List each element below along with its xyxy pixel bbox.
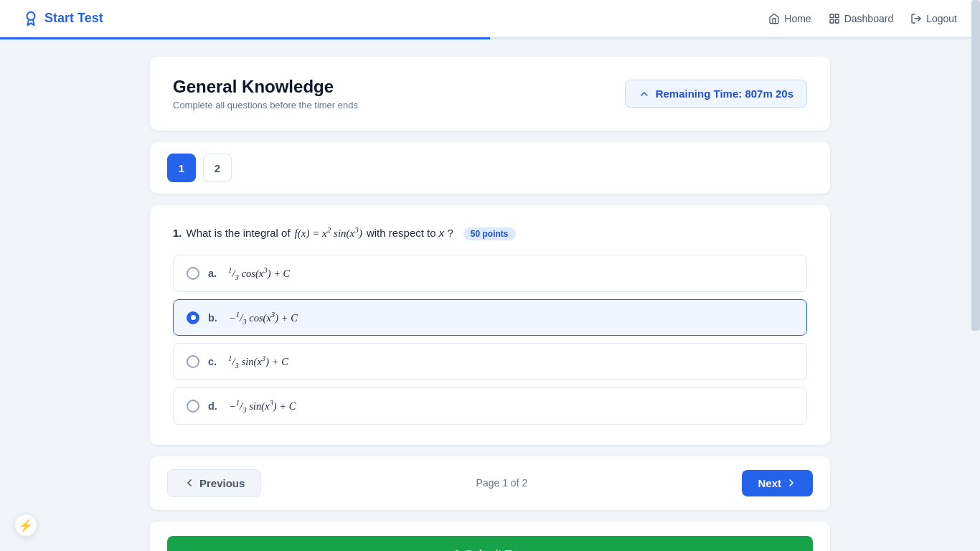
dashboard-icon bbox=[829, 13, 840, 24]
action-card: Submit Exam Cancel Exam bbox=[150, 522, 830, 551]
chevron-right-icon bbox=[786, 477, 797, 489]
question-number: 1. bbox=[173, 227, 182, 239]
scrollbar-track[interactable] bbox=[971, 0, 980, 551]
svg-rect-4 bbox=[830, 19, 834, 23]
question-num-2[interactable]: 2 bbox=[203, 154, 232, 182]
brand-icon bbox=[23, 11, 39, 27]
progress-bar-fill bbox=[0, 37, 490, 39]
home-icon bbox=[768, 13, 780, 24]
option-b[interactable]: b. −1/3 cos(x3) + C bbox=[173, 299, 807, 336]
question-num-1[interactable]: 1 bbox=[167, 154, 196, 182]
progress-bar bbox=[0, 37, 980, 39]
radio-d bbox=[187, 400, 199, 413]
question-formula: f(x) = x2 sin(x3) bbox=[295, 225, 362, 240]
previous-label: Previous bbox=[199, 477, 245, 489]
exam-info: General Knowledge Complete all questions… bbox=[173, 77, 358, 110]
next-label: Next bbox=[758, 477, 781, 489]
page-info: Page 1 of 2 bbox=[476, 477, 528, 489]
logout-label: Logout bbox=[926, 13, 957, 24]
navigation-card: Previous Page 1 of 2 Next bbox=[150, 456, 830, 510]
home-label: Home bbox=[784, 13, 811, 24]
previous-button[interactable]: Previous bbox=[167, 469, 261, 497]
option-a[interactable]: a. 1/3 cos(x3) + C bbox=[173, 255, 807, 292]
check-icon bbox=[446, 547, 459, 551]
exam-subtitle: Complete all questions before the timer … bbox=[173, 100, 358, 110]
scrollbar-thumb bbox=[971, 0, 980, 331]
bolt-icon[interactable]: ⚡ bbox=[14, 514, 37, 537]
option-a-math: 1/3 cos(x3) + C bbox=[228, 265, 290, 281]
navbar: Start Test Home Dashboard Logout bbox=[0, 0, 980, 37]
dashboard-label: Dashboard bbox=[844, 13, 894, 24]
option-a-label: a. bbox=[208, 268, 217, 279]
brand-logo[interactable]: Start Test bbox=[23, 11, 103, 27]
logout-link[interactable]: Logout bbox=[910, 13, 957, 24]
main-content: General Knowledge Complete all questions… bbox=[138, 39, 842, 551]
radio-c bbox=[187, 355, 199, 368]
next-button[interactable]: Next bbox=[742, 470, 813, 496]
radio-b bbox=[187, 311, 199, 324]
chevron-up-icon bbox=[639, 88, 650, 100]
navbar-links: Home Dashboard Logout bbox=[768, 13, 957, 24]
qnum-label-2: 2 bbox=[215, 162, 220, 174]
option-b-label: b. bbox=[208, 312, 217, 324]
options-list: a. 1/3 cos(x3) + C b. −1/3 cos(x3) + C c… bbox=[173, 255, 807, 425]
points-badge: 50 points bbox=[463, 227, 516, 240]
exam-header-card: General Knowledge Complete all questions… bbox=[150, 57, 830, 131]
submit-label: Submit Exam bbox=[465, 547, 533, 551]
svg-rect-3 bbox=[835, 19, 839, 23]
question-numbers-card: 1 2 bbox=[150, 142, 830, 194]
option-c[interactable]: c. 1/3 sin(x3) + C bbox=[173, 343, 807, 380]
option-d-label: d. bbox=[208, 400, 217, 412]
svg-point-0 bbox=[27, 11, 35, 19]
brand-label: Start Test bbox=[44, 11, 103, 26]
option-d-math: −1/3 sin(x3) + C bbox=[229, 398, 296, 414]
option-b-math: −1/3 cos(x3) + C bbox=[229, 310, 298, 326]
dashboard-link[interactable]: Dashboard bbox=[829, 13, 894, 24]
svg-rect-2 bbox=[835, 14, 839, 18]
option-c-label: c. bbox=[208, 356, 217, 367]
submit-exam-button[interactable]: Submit Exam bbox=[167, 536, 813, 551]
svg-rect-1 bbox=[830, 14, 834, 18]
option-c-math: 1/3 sin(x3) + C bbox=[228, 354, 288, 369]
timer-text: Remaining Time: 807m 20s bbox=[656, 88, 793, 100]
option-d[interactable]: d. −1/3 sin(x3) + C bbox=[173, 387, 807, 425]
question-card: 1. What is the integral of f(x) = x2 sin… bbox=[150, 205, 830, 445]
logout-icon bbox=[910, 13, 922, 24]
radio-a bbox=[187, 267, 199, 280]
question-text: 1. What is the integral of f(x) = x2 sin… bbox=[173, 225, 807, 240]
chevron-left-icon bbox=[184, 477, 195, 489]
question-number-list: 1 2 bbox=[167, 154, 813, 182]
question-text-suffix: with respect to x ? bbox=[367, 227, 453, 239]
home-link[interactable]: Home bbox=[768, 13, 811, 24]
qnum-label-1: 1 bbox=[179, 162, 184, 174]
timer-badge[interactable]: Remaining Time: 807m 20s bbox=[625, 80, 807, 108]
exam-title: General Knowledge bbox=[173, 77, 358, 97]
question-text-prefix: What is the integral of bbox=[187, 227, 291, 239]
